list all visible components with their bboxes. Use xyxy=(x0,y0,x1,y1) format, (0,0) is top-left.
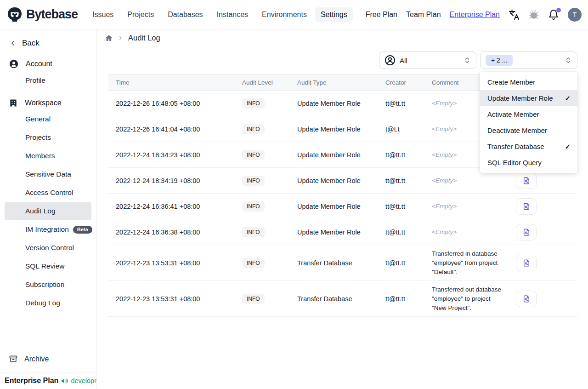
cell-creator: tt@tt.tt xyxy=(385,229,432,236)
cell-audit-type: Update Member Role xyxy=(297,177,385,184)
chevron-up-down-icon xyxy=(464,57,471,64)
sidebar-footer: Enterprise Plan development xyxy=(0,372,96,389)
info-level-badge: INFO xyxy=(242,258,265,268)
cell-audit-type: Update Member Role xyxy=(297,203,385,210)
cell-comment: Transferred in database "employee" from … xyxy=(432,249,508,277)
chevron-right-icon xyxy=(118,35,124,41)
menu-item-sql-editor-query[interactable]: SQL Editor Query xyxy=(480,154,577,171)
info-level-badge: INFO xyxy=(242,294,265,304)
view-detail-button[interactable] xyxy=(516,198,537,215)
menu-item-update-member-role[interactable]: Update Member Role ✓ xyxy=(480,90,577,106)
cell-time: 2022-12-23 13:53:31 +08:00 xyxy=(116,259,242,267)
view-detail-button[interactable] xyxy=(516,291,537,307)
top-navbar: Bytebase Issues Projects Databases Insta… xyxy=(0,0,588,29)
breadcrumb: Audit Log xyxy=(105,34,160,42)
bytebase-logo[interactable]: Bytebase xyxy=(6,6,78,23)
cell-creator: t@t.t xyxy=(385,126,432,133)
cell-time: 2022-12-26 16:41:04 +08:00 xyxy=(116,126,242,133)
audit-type-dropdown-menu: Create Member Update Member Role ✓ Activ… xyxy=(480,72,577,173)
nav-projects[interactable]: Projects xyxy=(122,7,159,22)
sidebar-item-subscription[interactable]: Subscription xyxy=(5,276,91,293)
notification-bell-icon[interactable] xyxy=(548,9,559,20)
chevron-left-icon xyxy=(9,40,17,47)
settings-sidebar: Back Account Profile Workspace General P… xyxy=(0,29,96,389)
translate-icon[interactable] xyxy=(509,9,520,20)
menu-item-create-member[interactable]: Create Member xyxy=(480,74,577,90)
info-level-badge: INFO xyxy=(242,227,265,237)
cell-audit-type: Update Member Role xyxy=(297,151,385,159)
user-circle-icon xyxy=(9,59,19,69)
cell-time: 2022-12-23 13:53:31 +08:00 xyxy=(116,295,242,303)
info-level-badge: INFO xyxy=(242,201,265,212)
cell-creator: tt@tt.tt xyxy=(385,203,432,210)
sidebar-item-sensitive-data[interactable]: Sensitive Data xyxy=(5,166,91,183)
menu-item-deactivate-member[interactable]: Deactivate Member xyxy=(480,122,577,138)
breadcrumb-page-title: Audit Log xyxy=(128,34,160,42)
col-audit-type: Audit Type xyxy=(297,79,385,86)
sidebar-item-access-control[interactable]: Access Control xyxy=(5,184,91,201)
cell-time: 2022-12-24 18:34:23 +08:00 xyxy=(116,151,242,159)
team-plan-link[interactable]: Team Plan xyxy=(406,11,441,19)
nav-settings[interactable]: Settings xyxy=(315,7,353,22)
table-row: 2022-12-23 13:53:31 +08:00 INFO Transfer… xyxy=(108,245,577,281)
sidebar-item-projects[interactable]: Projects xyxy=(5,129,91,146)
check-icon: ✓ xyxy=(565,94,571,103)
archive-icon xyxy=(9,355,18,364)
view-detail-button[interactable] xyxy=(516,172,537,189)
enterprise-plan-link[interactable]: Enterprise Plan xyxy=(450,11,500,19)
nav-environments[interactable]: Environments xyxy=(256,7,312,22)
filter-bar: All + 2 ... xyxy=(379,51,577,69)
bug-report-icon[interactable] xyxy=(528,9,539,20)
nav-instances[interactable]: Instances xyxy=(211,7,254,22)
creator-filter-value: All xyxy=(400,57,407,64)
sidebar-item-members[interactable]: Members xyxy=(5,147,91,165)
account-section: Account Profile xyxy=(0,55,96,90)
cell-creator: tt@tt.tt xyxy=(385,259,432,267)
cell-audit-type: Update Member Role xyxy=(297,100,385,107)
cell-creator: tt@tt.tt xyxy=(385,151,432,159)
menu-item-transfer-database[interactable]: Transfer Database ✓ xyxy=(480,138,577,154)
building-icon xyxy=(9,98,18,108)
sidebar-item-audit-log[interactable]: Audit Log xyxy=(5,202,91,220)
sidebar-item-debug-log[interactable]: Debug Log xyxy=(5,294,91,312)
sidebar-item-profile[interactable]: Profile xyxy=(5,72,91,89)
table-row: 2022-12-23 13:53:31 +08:00 INFO Transfer… xyxy=(108,281,577,317)
cell-comment: <Empty> xyxy=(432,203,508,210)
table-row: 2022-12-24 16:36:41 +08:00 INFO Update M… xyxy=(108,194,577,219)
col-time: Time xyxy=(116,79,242,86)
nav-issues[interactable]: Issues xyxy=(87,7,119,22)
menu-item-activate-member[interactable]: Activate Member xyxy=(480,106,577,122)
cell-comment: <Empty> xyxy=(432,229,508,235)
free-plan-link[interactable]: Free Plan xyxy=(366,11,397,19)
account-title: Account xyxy=(26,60,52,68)
nav-databases[interactable]: Databases xyxy=(162,7,209,22)
workspace-section: Workspace General Projects Members Sensi… xyxy=(0,95,96,313)
view-detail-button[interactable] xyxy=(516,224,537,240)
sidebar-item-sql-review[interactable]: SQL Review xyxy=(5,257,91,275)
notification-dot xyxy=(556,8,561,12)
user-avatar[interactable]: T xyxy=(568,8,582,22)
cell-comment: <Empty> xyxy=(432,177,508,184)
audit-type-filter-value: + 2 ... xyxy=(486,55,513,66)
sidebar-item-version-control[interactable]: Version Control xyxy=(5,239,91,257)
home-icon[interactable] xyxy=(105,34,113,42)
col-creator: Creator xyxy=(385,79,432,86)
creator-filter-select[interactable]: All xyxy=(379,51,476,69)
audit-type-filter-select[interactable]: + 2 ... xyxy=(480,51,577,69)
sidebar-item-im-integration[interactable]: IM Integration Beta xyxy=(5,221,91,238)
info-level-badge: INFO xyxy=(242,124,265,134)
table-row: 2022-12-24 16:36:38 +08:00 INFO Update M… xyxy=(108,219,577,245)
topbar-right: Free Plan Team Plan Enterprise Plan T xyxy=(366,8,582,22)
col-audit-level: Audit Level xyxy=(242,79,297,86)
cell-time: 2022-12-24 18:34:19 +08:00 xyxy=(116,177,242,184)
info-level-badge: INFO xyxy=(242,176,265,186)
brand-name: Bytebase xyxy=(26,7,78,22)
cell-creator: tt@tt.tt xyxy=(385,295,432,303)
info-level-badge: INFO xyxy=(242,98,265,109)
back-button[interactable]: Back xyxy=(0,29,96,51)
back-label: Back xyxy=(22,39,40,48)
view-detail-button[interactable] xyxy=(516,255,537,271)
sidebar-item-archive[interactable]: Archive xyxy=(0,350,96,372)
sidebar-item-general[interactable]: General xyxy=(5,110,91,128)
current-plan-label: Enterprise Plan xyxy=(5,377,58,385)
